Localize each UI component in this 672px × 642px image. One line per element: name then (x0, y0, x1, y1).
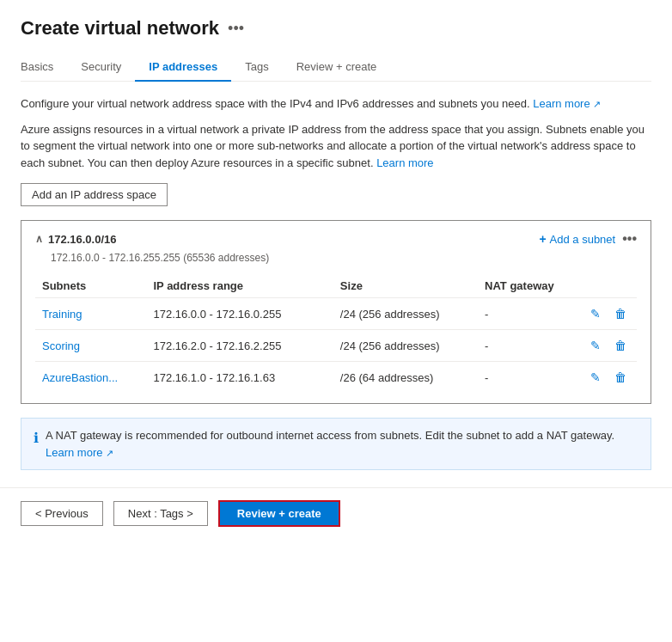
subnet-nat-training: - (478, 298, 580, 330)
ip-range-info: 172.16.0.0 - 172.16.255.255 (65536 addre… (35, 252, 637, 264)
subnets-table: Subnets IP address range Size NAT gatewa… (35, 274, 637, 393)
ip-space-title: ∧ 172.16.0.0/16 (35, 233, 117, 246)
next-tags-button[interactable]: Next : Tags > (113, 501, 208, 526)
subnet-iprange-scoring: 172.16.2.0 - 172.16.2.255 (146, 330, 333, 362)
learn-more-link-3[interactable]: Learn more (46, 446, 113, 459)
plus-icon: + (539, 232, 546, 246)
info-text-1: Configure your virtual network address s… (21, 95, 651, 113)
info-text-2: Azure assigns resources in a virtual net… (21, 121, 651, 172)
subnet-iprange-azurebastion: 172.16.1.0 - 172.16.1.63 (146, 362, 333, 394)
delete-icon-scoring[interactable]: 🗑 (611, 337, 630, 354)
delete-icon-azurebastion[interactable]: 🗑 (611, 369, 630, 386)
subnet-name-training: Training (35, 298, 146, 330)
col-header-nat: NAT gateway (478, 274, 580, 298)
add-ip-address-space-button[interactable]: Add an IP address space (21, 183, 168, 206)
delete-icon-training[interactable]: 🗑 (611, 305, 630, 322)
collapse-chevron-icon[interactable]: ∧ (35, 233, 43, 245)
page-container: Create virtual network ••• Basics Securi… (0, 0, 672, 470)
col-header-actions (580, 274, 637, 298)
learn-more-link-2[interactable]: Learn more (376, 156, 433, 169)
table-row: Training 172.16.0.0 - 172.16.0.255 /24 (… (35, 298, 637, 330)
ip-space-cidr: 172.16.0.0/16 (48, 233, 117, 246)
tab-ip-addresses[interactable]: IP addresses (135, 53, 231, 82)
nat-notice-text: A NAT gateway is recommended for outboun… (46, 427, 638, 461)
col-header-size: Size (333, 274, 478, 298)
title-more-icon[interactable]: ••• (228, 20, 244, 38)
col-header-subnets: Subnets (35, 274, 146, 298)
ip-space-actions: + Add a subnet ••• (539, 231, 637, 247)
edit-icon-scoring[interactable]: ✎ (587, 337, 604, 354)
subnet-nat-azurebastion: - (478, 362, 580, 394)
tab-review-create[interactable]: Review + create (283, 53, 391, 82)
actions-cell-training: ✎ 🗑 (587, 305, 630, 322)
col-header-iprange: IP address range (146, 274, 333, 298)
learn-more-link-1[interactable]: Learn more (533, 97, 601, 110)
tab-basics[interactable]: Basics (21, 53, 67, 82)
subnet-size-azurebastion: /26 (64 addresses) (333, 362, 478, 394)
tab-security[interactable]: Security (67, 53, 135, 82)
subnet-size-scoring: /24 (256 addresses) (333, 330, 478, 362)
actions-cell-azurebastion: ✎ 🗑 (587, 369, 630, 386)
subnet-link-azurebastion[interactable]: AzureBastion... (42, 371, 118, 384)
page-title-row: Create virtual network ••• (21, 17, 651, 40)
ip-space-header: ∧ 172.16.0.0/16 + Add a subnet ••• (35, 231, 637, 247)
subnet-link-training[interactable]: Training (42, 308, 82, 321)
subnet-link-scoring[interactable]: Scoring (42, 339, 80, 352)
table-row: Scoring 172.16.2.0 - 172.16.2.255 /24 (2… (35, 330, 637, 362)
nat-info-box: ℹ A NAT gateway is recommended for outbo… (21, 418, 651, 470)
info-circle-icon: ℹ (34, 428, 39, 449)
subnet-name-azurebastion: AzureBastion... (35, 362, 146, 394)
subnet-actions-azurebastion: ✎ 🗑 (580, 362, 637, 394)
table-row: AzureBastion... 172.16.1.0 - 172.16.1.63… (35, 362, 637, 394)
ip-space-more-icon[interactable]: ••• (622, 231, 637, 247)
subnet-name-scoring: Scoring (35, 330, 146, 362)
subnet-actions-scoring: ✎ 🗑 (580, 330, 637, 362)
actions-cell-scoring: ✎ 🗑 (587, 337, 630, 354)
subnet-nat-scoring: - (478, 330, 580, 362)
subnet-size-training: /24 (256 addresses) (333, 298, 478, 330)
subnet-actions-training: ✎ 🗑 (580, 298, 637, 330)
subnet-iprange-training: 172.16.0.0 - 172.16.0.255 (146, 298, 333, 330)
edit-icon-training[interactable]: ✎ (587, 305, 604, 322)
review-create-button[interactable]: Review + create (218, 500, 340, 527)
ip-space-container: ∧ 172.16.0.0/16 + Add a subnet ••• 172.1… (21, 220, 651, 404)
previous-button[interactable]: < Previous (21, 501, 103, 526)
add-subnet-button[interactable]: + Add a subnet (539, 232, 615, 246)
page-title: Create virtual network (21, 17, 219, 40)
table-header-row: Subnets IP address range Size NAT gatewa… (35, 274, 637, 298)
tab-tags[interactable]: Tags (231, 53, 282, 82)
edit-icon-azurebastion[interactable]: ✎ (587, 369, 604, 386)
footer: < Previous Next : Tags > Review + create (0, 487, 672, 539)
tabs-row: Basics Security IP addresses Tags Review… (21, 53, 651, 82)
